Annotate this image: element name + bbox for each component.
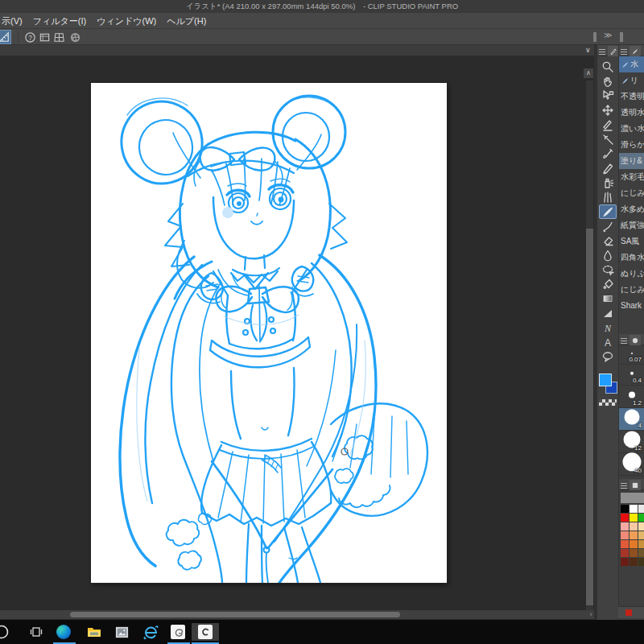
photos-button[interactable]	[113, 623, 130, 641]
tool-hand[interactable]	[599, 74, 617, 89]
file-explorer-button[interactable]	[85, 623, 103, 641]
palette-menu-icon[interactable]	[621, 481, 627, 488]
help-button[interactable]: ?	[23, 30, 37, 44]
color-swatch[interactable]	[621, 540, 629, 548]
color-swatch[interactable]	[630, 505, 638, 513]
subtool-item[interactable]: 水多め	[619, 201, 644, 217]
tool-eraser[interactable]	[599, 233, 617, 248]
menu-help[interactable]: ヘルプ(H)	[167, 13, 214, 29]
internet-explorer-button[interactable]	[142, 623, 159, 641]
tool-selection[interactable]	[599, 262, 617, 277]
subtool-item[interactable]: 水彩毛	[619, 169, 644, 185]
subtool-item[interactable]: 四角水	[619, 250, 644, 266]
color-swatch[interactable]	[630, 540, 638, 548]
tool-zoom[interactable]	[599, 60, 617, 74]
canvas-area[interactable]	[0, 56, 594, 610]
color-swatch[interactable]	[638, 531, 644, 539]
canvas[interactable]	[91, 83, 447, 583]
subtool-item[interactable]: 滑らか	[619, 137, 644, 153]
palette-menu-icon[interactable]	[599, 47, 605, 54]
brush-size-item[interactable]: 40	[619, 453, 644, 476]
palette-menu-icon[interactable]	[621, 336, 627, 343]
current-color-chip[interactable]	[625, 609, 632, 616]
subtool-item[interactable]: にじみ	[619, 185, 644, 201]
color-swatch[interactable]	[638, 540, 644, 548]
foreground-color-swatch[interactable]	[599, 374, 612, 386]
ruler-tool-button[interactable]	[0, 30, 11, 44]
color-set-dropdown[interactable]	[621, 493, 644, 503]
vertical-scrollbar-thumb[interactable]	[586, 229, 593, 605]
subtool-item[interactable]: 透明水	[619, 105, 644, 121]
subtool-item[interactable]: 塗り&	[619, 153, 644, 169]
brush-size-item[interactable]: 12	[619, 431, 644, 453]
subtool-item[interactable]: SA風	[619, 233, 644, 250]
tool-blend[interactable]	[599, 248, 617, 262]
tool-watercolor[interactable]	[599, 219, 617, 233]
transform-button[interactable]	[52, 30, 66, 44]
color-swatch[interactable]	[638, 549, 644, 557]
brush-size-item[interactable]: 0.4	[619, 365, 644, 386]
dock-handle[interactable]	[620, 32, 623, 42]
color-swatch[interactable]	[638, 514, 644, 522]
dock-expand-icon[interactable]: ≫	[604, 31, 612, 39]
task-view-button[interactable]	[27, 623, 45, 641]
color-swatch[interactable]	[621, 531, 629, 539]
color-swatch[interactable]	[630, 514, 638, 522]
transparent-color-swatch[interactable]	[599, 399, 617, 406]
subtool-item[interactable]: ぬりぶ	[619, 266, 644, 282]
tool-eyedropper[interactable]	[599, 147, 617, 161]
dock-handle[interactable]	[593, 32, 597, 42]
subtool-item[interactable]: にじみ	[619, 282, 644, 298]
vertical-scrollbar[interactable]	[586, 80, 593, 610]
clip-studio-button[interactable]	[169, 623, 187, 641]
tool-figure[interactable]	[599, 306, 617, 320]
color-swatch[interactable]	[630, 549, 638, 557]
subtool-item[interactable]: Shark	[619, 298, 644, 314]
tool-correct-line[interactable]	[599, 118, 617, 132]
color-swatch[interactable]	[638, 558, 644, 566]
tab-list-chevron-icon[interactable]: ∨	[585, 46, 591, 54]
color-swatch[interactable]	[630, 522, 638, 530]
palette-menu-icon[interactable]	[621, 47, 627, 54]
tool-brush[interactable]	[599, 204, 617, 219]
tool-airbrush[interactable]	[599, 175, 617, 190]
tool-balloon[interactable]	[599, 349, 617, 364]
edge-button[interactable]	[55, 623, 72, 641]
color-set-panel-tab[interactable]	[630, 480, 641, 490]
color-swatch[interactable]	[630, 558, 638, 566]
color-swatch[interactable]	[638, 505, 644, 513]
tool-palette-header[interactable]	[597, 45, 618, 56]
tool-auto-select[interactable]	[599, 132, 617, 147]
tool-gradient[interactable]	[599, 291, 617, 306]
document-tabbar[interactable]	[0, 45, 594, 56]
brush-size-item[interactable]: 0.07	[619, 345, 644, 365]
subtool-item[interactable]: 水	[619, 56, 644, 72]
horizontal-scrollbar-thumb[interactable]	[70, 612, 400, 617]
subtool-item[interactable]: リ	[619, 72, 644, 89]
color-swatch[interactable]	[621, 549, 629, 557]
canvas-settings-button[interactable]	[37, 30, 52, 44]
subtool-item[interactable]: 不透明	[619, 89, 644, 105]
palette-button[interactable]	[68, 30, 82, 44]
menu-filter[interactable]: フィルター(I)	[33, 13, 94, 29]
menu-view[interactable]: 示(V)	[2, 13, 31, 29]
brush-size-item[interactable]: 4	[619, 408, 644, 431]
tool-move[interactable]	[599, 103, 617, 118]
clip-studio-paint-button[interactable]	[192, 623, 219, 641]
color-swatch[interactable]	[621, 505, 629, 513]
menu-window[interactable]: ウィンドウ(W)	[97, 13, 164, 29]
tool-decoration[interactable]	[599, 190, 617, 204]
color-set-panel-header[interactable]	[619, 479, 644, 490]
brush-size-panel-tab[interactable]	[630, 335, 641, 345]
tool-curve[interactable]: N	[599, 320, 617, 335]
color-swatch[interactable]	[638, 522, 644, 530]
tool-fill[interactable]	[599, 277, 617, 291]
subtool-item[interactable]: 紙質強	[619, 217, 644, 233]
tool-pen[interactable]	[599, 161, 617, 175]
cortana-button[interactable]	[0, 623, 10, 641]
vscroll-up-button[interactable]: ∧	[584, 68, 593, 78]
subtool-panel-tab[interactable]	[630, 46, 641, 56]
subtool-panel-header[interactable]	[619, 45, 644, 56]
color-swatch[interactable]	[621, 558, 629, 566]
tool-operate[interactable]	[599, 89, 617, 103]
